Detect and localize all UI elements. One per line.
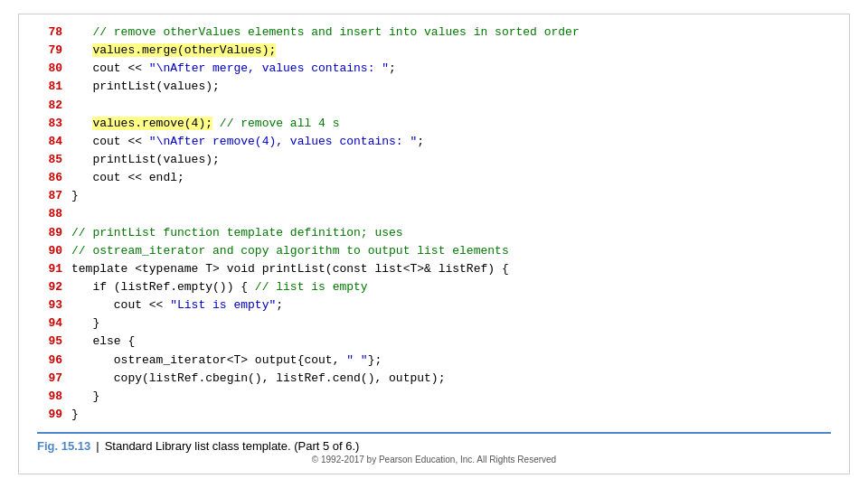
- code-segment: insert into values in sorted order: [333, 25, 580, 39]
- code-line: printList(values);: [71, 151, 220, 169]
- code-segment: [71, 25, 92, 39]
- code-line: values.remove(4); // remove all 4 s: [71, 115, 339, 133]
- code-segment: printList(values);: [71, 80, 220, 93]
- code-row: 95 else {: [37, 333, 831, 351]
- slide-container: 78 // remove otherValues elements and in…: [18, 14, 850, 474]
- code-segment: cout <<: [71, 135, 149, 148]
- code-segment: else {: [71, 334, 135, 348]
- code-segment: ;: [417, 135, 424, 148]
- code-segment: printList(values);: [71, 153, 220, 166]
- code-line: }: [71, 187, 79, 205]
- code-segment: // remove all 4 s: [220, 117, 340, 130]
- line-number: 79: [37, 42, 71, 60]
- code-row: 81 printList(values);: [37, 78, 831, 96]
- code-line: cout << "\nAfter remove(4), values conta…: [71, 133, 424, 151]
- copyright-line: © 1992-2017 by Pearson Education, Inc. A…: [37, 455, 831, 465]
- code-row: 90// ostream_iterator and copy algorithm…: [37, 242, 831, 260]
- code-row: 89// printList function template definit…: [37, 224, 831, 242]
- code-row: 99}: [37, 406, 831, 424]
- line-number: 81: [37, 78, 71, 96]
- code-segment: [71, 117, 92, 130]
- line-number: 94: [37, 314, 71, 333]
- code-table: 78 // remove otherValues elements and in…: [37, 23, 831, 424]
- line-number: 78: [37, 23, 71, 42]
- code-segment: and: [311, 25, 332, 39]
- code-row: 92 if (listRef.empty()) { // list is emp…: [37, 278, 831, 296]
- line-number: 95: [37, 333, 71, 351]
- code-segment: " ": [346, 353, 367, 367]
- code-row: 84 cout << "\nAfter remove(4), values co…: [37, 133, 831, 151]
- caption-text: Standard Library list class template. (P…: [105, 439, 360, 453]
- code-segment: "List is empty": [170, 298, 276, 312]
- code-row: 98 }: [37, 388, 831, 406]
- code-segment: }: [71, 189, 79, 202]
- code-segment: copy(listRef.cbegin(), listRef.cend(), o…: [71, 371, 445, 385]
- caption-line: Fig. 15.13 | Standard Library list class…: [37, 439, 831, 453]
- line-number: 80: [37, 60, 71, 78]
- line-number: 92: [37, 278, 71, 296]
- line-number: 83: [37, 115, 71, 133]
- code-line: else {: [71, 333, 135, 351]
- code-row: 94 }: [37, 314, 831, 333]
- code-segment: };: [368, 353, 382, 367]
- code-row: 88: [37, 205, 831, 223]
- code-segment: [71, 43, 92, 57]
- code-line: cout << endl;: [71, 169, 184, 187]
- line-number: 86: [37, 169, 71, 187]
- code-row: 97 copy(listRef.cbegin(), listRef.cend()…: [37, 370, 831, 388]
- code-segment: // printList function template definitio…: [71, 226, 403, 239]
- line-number: 91: [37, 260, 71, 278]
- line-number: 88: [37, 205, 71, 223]
- code-segment: values.merge(otherValues);: [92, 43, 276, 57]
- code-row: 78 // remove otherValues elements and in…: [37, 23, 831, 42]
- code-segment: cout <<: [71, 61, 149, 75]
- code-segment: ;: [389, 61, 396, 75]
- code-line: template <typename T> void printList(con…: [71, 260, 509, 278]
- code-line: }: [71, 388, 99, 406]
- line-number: 84: [37, 133, 71, 151]
- line-number: 85: [37, 151, 71, 169]
- code-row: 82: [37, 97, 831, 115]
- code-segment: // remove otherValues elements: [92, 25, 311, 39]
- line-number: 97: [37, 370, 71, 388]
- code-row: 86 cout << endl;: [37, 169, 831, 187]
- fig-label: Fig. 15.13: [37, 439, 90, 453]
- code-line: }: [71, 406, 79, 424]
- code-area: 78 // remove otherValues elements and in…: [37, 23, 831, 434]
- line-number: 90: [37, 242, 71, 260]
- code-segment: ostream_iterator<T> output{cout,: [71, 353, 346, 367]
- code-segment: ;: [276, 298, 283, 312]
- caption-area: Fig. 15.13 | Standard Library list class…: [37, 434, 831, 465]
- code-line: // printList function template definitio…: [71, 224, 403, 242]
- line-number: 98: [37, 388, 71, 406]
- line-number: 89: [37, 224, 71, 242]
- code-row: 87}: [37, 187, 831, 205]
- code-line: values.merge(otherValues);: [71, 42, 276, 60]
- code-segment: [212, 117, 220, 130]
- code-row: 93 cout << "List is empty";: [37, 296, 831, 314]
- code-line: cout << "\nAfter merge, values contains:…: [71, 60, 396, 78]
- code-row: 96 ostream_iterator<T> output{cout, " "}…: [37, 352, 831, 370]
- code-row: 79 values.merge(otherValues);: [37, 42, 831, 60]
- code-row: 91template <typename T> void printList(c…: [37, 260, 831, 278]
- code-segment: cout << endl;: [71, 171, 184, 184]
- code-segment: }: [71, 316, 99, 330]
- line-number: 93: [37, 296, 71, 314]
- code-segment: values.remove(4);: [92, 117, 212, 130]
- code-line: cout << "List is empty";: [71, 296, 283, 314]
- code-line: if (listRef.empty()) { // list is empty: [71, 278, 368, 296]
- code-segment: }: [71, 408, 79, 421]
- code-row: 85 printList(values);: [37, 151, 831, 169]
- code-line: }: [71, 314, 99, 333]
- code-line: // remove otherValues elements and inser…: [71, 23, 580, 42]
- line-number: 96: [37, 352, 71, 370]
- code-segment: // ostream_iterator and copy algorithm t…: [71, 244, 509, 258]
- line-number: 82: [37, 97, 71, 115]
- line-number: 87: [37, 187, 71, 205]
- code-line: printList(values);: [71, 78, 220, 96]
- code-segment: "\nAfter merge, values contains: ": [149, 61, 389, 75]
- code-line: copy(listRef.cbegin(), listRef.cend(), o…: [71, 370, 445, 388]
- code-line: ostream_iterator<T> output{cout, " "};: [71, 352, 382, 370]
- code-segment: cout <<: [71, 298, 170, 312]
- code-segment: }: [71, 389, 99, 403]
